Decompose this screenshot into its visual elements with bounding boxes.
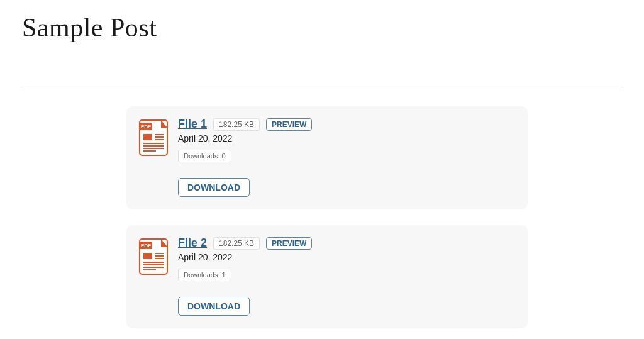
file-name-link[interactable]: File 2 xyxy=(178,236,207,250)
svg-rect-6 xyxy=(155,139,164,140)
downloads-count: 1 xyxy=(222,271,226,279)
file-card: PDF File 2 182.25 KB PREVIEW April 20, 2… xyxy=(126,225,528,328)
svg-rect-9 xyxy=(143,148,164,149)
svg-rect-7 xyxy=(143,143,164,144)
file-title-row: File 2 182.25 KB PREVIEW xyxy=(178,236,312,250)
file-size-badge: 182.25 KB xyxy=(213,237,260,250)
downloads-count: 0 xyxy=(222,152,226,160)
preview-button[interactable]: PREVIEW xyxy=(266,118,312,131)
download-button[interactable]: DOWNLOAD xyxy=(178,178,250,197)
downloads-badge: Downloads: 0 xyxy=(178,150,231,162)
svg-rect-18 xyxy=(143,262,164,263)
page-title: Sample Post xyxy=(22,13,644,43)
download-button[interactable]: DOWNLOAD xyxy=(178,297,250,316)
file-list: PDF File 1 182.25 KB PREVIEW April 20, 2… xyxy=(0,106,644,328)
downloads-prefix: Downloads: xyxy=(184,152,222,160)
preview-button[interactable]: PREVIEW xyxy=(266,237,312,250)
downloads-prefix: Downloads: xyxy=(184,271,222,279)
file-card: PDF File 1 182.25 KB PREVIEW April 20, 2… xyxy=(126,106,528,209)
svg-rect-19 xyxy=(143,264,164,265)
file-content: File 1 182.25 KB PREVIEW April 20, 2022 … xyxy=(178,118,312,197)
downloads-badge: Downloads: 1 xyxy=(178,269,231,281)
svg-rect-14 xyxy=(143,253,152,259)
divider xyxy=(22,87,622,87)
svg-rect-5 xyxy=(155,136,164,138)
svg-rect-20 xyxy=(143,267,164,268)
file-size-badge: 182.25 KB xyxy=(213,118,260,131)
svg-rect-4 xyxy=(155,134,164,135)
svg-rect-8 xyxy=(143,145,164,147)
svg-rect-16 xyxy=(155,255,164,257)
svg-text:PDF: PDF xyxy=(141,243,151,248)
svg-rect-21 xyxy=(143,269,156,270)
file-name-link[interactable]: File 1 xyxy=(178,118,207,131)
file-title-row: File 1 182.25 KB PREVIEW xyxy=(178,118,312,131)
pdf-icon: PDF xyxy=(138,119,169,157)
svg-rect-17 xyxy=(155,258,164,259)
svg-rect-10 xyxy=(143,150,156,152)
svg-text:PDF: PDF xyxy=(141,124,151,130)
file-content: File 2 182.25 KB PREVIEW April 20, 2022 … xyxy=(178,236,312,316)
file-date: April 20, 2022 xyxy=(178,133,232,143)
pdf-icon: PDF xyxy=(138,238,169,275)
svg-rect-3 xyxy=(143,134,152,140)
file-date: April 20, 2022 xyxy=(178,252,232,262)
svg-rect-15 xyxy=(155,253,164,254)
